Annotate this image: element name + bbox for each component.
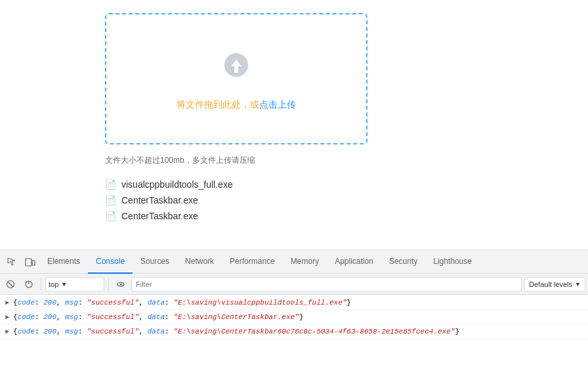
upload-icon — [217, 47, 256, 89]
tab-network[interactable]: Network — [177, 250, 222, 274]
toolbar-divider — [108, 278, 109, 291]
file-icon: 📄 — [105, 195, 116, 205]
default-levels-dropdown[interactable]: Default levels ▼ — [524, 277, 585, 291]
file-icon: 📄 — [105, 211, 116, 221]
upload-drop-area[interactable]: 将文件拖到此处，或点击上传 — [105, 13, 368, 144]
svg-rect-3 — [32, 261, 35, 265]
file-name: visualcppbuildtools_full.exe — [121, 179, 233, 190]
tab-application[interactable]: Application — [327, 250, 381, 274]
list-item: 📄 CenterTaskbar.exe — [105, 208, 568, 224]
svg-line-5 — [9, 282, 13, 286]
console-line: ► {code: 200, msg: "successful", data: "… — [0, 325, 588, 339]
clear-console-icon[interactable] — [3, 276, 18, 292]
devtools-tab-bar: Elements Console Sources Network Perform… — [0, 250, 588, 274]
tab-sources[interactable]: Sources — [133, 250, 177, 274]
file-name: CenterTaskbar.exe — [121, 211, 198, 221]
device-toolbar-icon[interactable] — [21, 253, 39, 271]
eye-icon[interactable] — [113, 276, 129, 292]
tab-memory[interactable]: Memory — [283, 250, 327, 274]
expand-arrow-icon[interactable]: ► — [5, 298, 9, 309]
expand-arrow-icon[interactable]: ► — [5, 313, 9, 323]
console-output: ► {code: 200, msg: "successful", data: "… — [0, 295, 588, 367]
list-item: 📄 CenterTaskbar.exe — [105, 192, 568, 208]
tab-performance[interactable]: Performance — [222, 250, 283, 274]
stop-recording-icon[interactable] — [21, 276, 37, 292]
tab-elements[interactable]: Elements — [39, 250, 88, 274]
file-size-hint: 文件大小不超过100mb，多文件上传请压缩 — [105, 155, 568, 166]
list-item: 📄 visualcppbuildtools_full.exe — [105, 177, 568, 192]
file-icon: 📄 — [105, 179, 116, 190]
svg-rect-2 — [26, 259, 32, 266]
devtools-panel: Elements Console Sources Network Perform… — [0, 249, 588, 367]
filter-input[interactable] — [131, 277, 522, 291]
console-line: ► {code: 200, msg: "successful", data: "… — [0, 296, 588, 311]
tab-security[interactable]: Security — [381, 250, 425, 274]
svg-point-9 — [120, 283, 122, 285]
upload-hint-text: 将文件拖到此处，或点击上传 — [177, 99, 296, 111]
upload-click-link[interactable]: 点击上传 — [259, 99, 296, 110]
file-list: 📄 visualcppbuildtools_full.exe 📄 CenterT… — [105, 177, 568, 224]
svg-rect-1 — [234, 66, 238, 73]
context-selector[interactable]: top ▼ — [45, 277, 104, 291]
toolbar-divider — [41, 278, 41, 291]
chevron-down-icon: ▼ — [61, 281, 67, 288]
inspect-element-icon[interactable] — [3, 253, 21, 271]
expand-arrow-icon[interactable]: ► — [5, 327, 9, 337]
console-line: ► {code: 200, msg: "successful", data: "… — [0, 311, 588, 325]
main-content: 将文件拖到此处，或点击上传 文件大小不超过100mb，多文件上传请压缩 📄 vi… — [0, 0, 588, 249]
tab-console[interactable]: Console — [88, 250, 133, 274]
chevron-down-icon: ▼ — [575, 281, 581, 288]
tab-lighthouse[interactable]: Lighthouse — [425, 250, 480, 274]
file-name: CenterTaskbar.exe — [121, 195, 198, 205]
console-toolbar: top ▼ Default levels ▼ — [0, 274, 588, 295]
